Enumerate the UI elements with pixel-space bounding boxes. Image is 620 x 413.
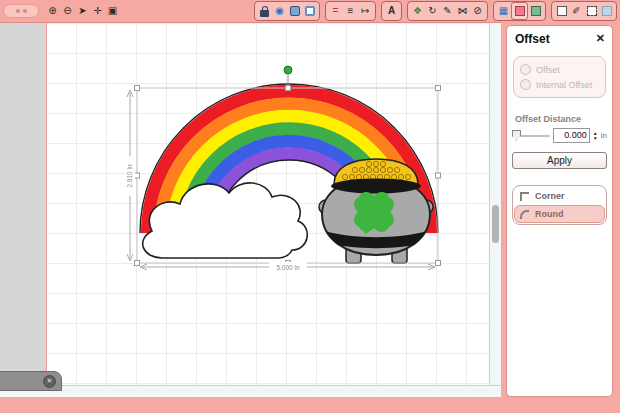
stroke-color-icon[interactable] bbox=[302, 3, 317, 19]
round-option[interactable]: Round bbox=[514, 205, 605, 223]
offset-distance-label: Offset Distance bbox=[515, 114, 604, 124]
pan-tool-icon[interactable]: ✛ bbox=[90, 3, 105, 19]
select-tool-icon[interactable]: ➤ bbox=[75, 3, 90, 19]
marquee-icon[interactable] bbox=[584, 3, 599, 19]
round-option-label: Round bbox=[535, 209, 564, 219]
page-tab[interactable]: ✕ bbox=[0, 371, 62, 391]
shadow-icon[interactable] bbox=[554, 3, 569, 19]
preview-icon[interactable]: ◉ bbox=[272, 3, 287, 19]
tab-stop-icon[interactable]: ↦ bbox=[358, 3, 373, 19]
offset-tool-icon[interactable] bbox=[511, 2, 528, 20]
offset-type-group: Offset Internal Offset bbox=[513, 56, 606, 98]
toolbar-group-text: A bbox=[381, 1, 402, 21]
side-panel-area: Offset ✕ Offset Internal Offset Offset D… bbox=[501, 22, 620, 413]
radio-icon bbox=[520, 79, 531, 90]
toolbar-group-draw: ✐ bbox=[551, 1, 617, 21]
tab-close-icon[interactable]: ✕ bbox=[43, 375, 56, 388]
corner-option[interactable]: Corner bbox=[514, 187, 605, 205]
mirror-icon[interactable]: ⋈ bbox=[455, 3, 470, 19]
panel-close-icon[interactable]: ✕ bbox=[596, 32, 605, 45]
stepper-down-icon[interactable]: ▼ bbox=[593, 136, 598, 140]
slider-thumb[interactable] bbox=[512, 130, 521, 141]
offset-distance-slider[interactable] bbox=[512, 129, 550, 142]
toolbar-group-appearance: ◉ bbox=[254, 1, 320, 21]
text-tool-icon[interactable]: A bbox=[384, 3, 399, 19]
fill-color-icon[interactable] bbox=[287, 3, 302, 19]
width-dimension-label: 5.000 in bbox=[276, 264, 300, 271]
zoom-mat-icon[interactable]: ▣ bbox=[105, 3, 120, 19]
radio-icon bbox=[520, 64, 531, 75]
weld-icon[interactable]: ❖ bbox=[410, 3, 425, 19]
toolbar-group-effects: ▦ bbox=[493, 1, 546, 21]
vertical-scrollbar-thumb[interactable] bbox=[492, 205, 499, 243]
height-dimension-label: 2.910 in bbox=[126, 164, 133, 188]
canvas-viewport[interactable]: 2.910 in 5.000 in bbox=[0, 23, 489, 385]
toolbar-group-modify: ❖ ↻ ✎ ⋈ ⊘ bbox=[407, 1, 488, 21]
offset-option-label: Offset bbox=[536, 65, 560, 75]
zoom-out-icon[interactable]: ⊖ bbox=[60, 3, 75, 19]
toolbar-group-arrange: = ≡ ↦ bbox=[325, 1, 376, 21]
trace-icon[interactable]: ▦ bbox=[496, 3, 511, 19]
rotate-icon[interactable]: ↻ bbox=[425, 3, 440, 19]
boolean-icon[interactable] bbox=[528, 3, 543, 19]
internal-offset-option-label: Internal Offset bbox=[536, 80, 592, 90]
zoom-in-icon[interactable]: ⊕ bbox=[45, 3, 60, 19]
layers-icon[interactable]: ≡ bbox=[343, 3, 358, 19]
offset-panel: Offset ✕ Offset Internal Offset Offset D… bbox=[506, 25, 613, 397]
notes-icon[interactable]: ✎ bbox=[440, 3, 455, 19]
toolbar-drag-handle[interactable] bbox=[3, 4, 39, 18]
simplify-icon[interactable]: = bbox=[328, 3, 343, 19]
lock-icon[interactable] bbox=[257, 3, 272, 19]
top-toolbar: ⊕ ⊖ ➤ ✛ ▣ ◉ = ≡ ↦ A ❖ ↻ ✎ ⋈ ⊘ ▦ ✐ bbox=[0, 0, 620, 23]
rotation-handle bbox=[284, 66, 292, 74]
artwork-layer: 2.910 in 5.000 in bbox=[0, 23, 489, 385]
pot-of-gold-shape[interactable] bbox=[318, 159, 434, 263]
draw-icon[interactable]: ✐ bbox=[569, 3, 584, 19]
apply-button[interactable]: Apply bbox=[512, 152, 607, 169]
corner-style-group: Corner Round bbox=[512, 185, 607, 225]
internal-offset-option[interactable]: Internal Offset bbox=[520, 77, 599, 92]
shamrock-shape bbox=[354, 192, 394, 232]
round-style-icon bbox=[520, 210, 529, 219]
distance-stepper[interactable]: ▲ ▼ bbox=[593, 131, 598, 140]
offset-distance-input[interactable]: 0.000 bbox=[553, 128, 590, 143]
unit-label: in bbox=[601, 131, 607, 140]
mat-color-icon[interactable] bbox=[599, 3, 614, 19]
offset-option[interactable]: Offset bbox=[520, 62, 599, 77]
corner-style-icon bbox=[520, 192, 529, 201]
corner-option-label: Corner bbox=[535, 191, 565, 201]
clear-icon[interactable]: ⊘ bbox=[470, 3, 485, 19]
